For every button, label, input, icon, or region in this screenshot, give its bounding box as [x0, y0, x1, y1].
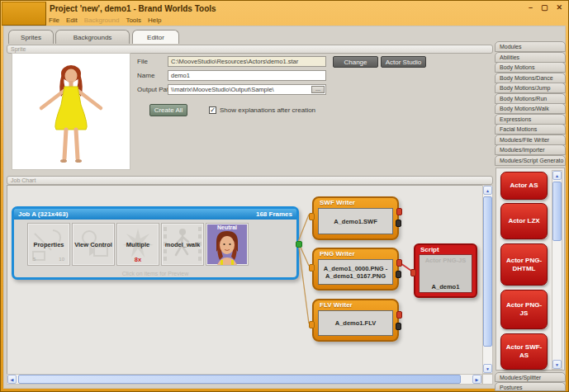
job-a-frame-count: 168 Frames [256, 210, 292, 218]
png-output-port-black[interactable] [396, 271, 401, 278]
script-node-title: Script [415, 245, 476, 254]
job-item-label: model_walk [162, 241, 203, 248]
category-body-motions-dance[interactable]: Body Motions/Dance [495, 73, 566, 83]
swf-output-port-red[interactable] [396, 208, 402, 215]
name-label: Name [137, 72, 154, 79]
action-actor-swf-as[interactable]: Actor SWF-AS [500, 333, 548, 370]
properties-mark-left: 5 [33, 257, 36, 262]
actor-studio-button-label: Actor Studio [386, 59, 422, 66]
job-a-title: Job A (321x463) [18, 210, 68, 218]
category-modules[interactable]: Modules [495, 41, 566, 52]
png-writer-node[interactable]: PNG Writer A_demo1_0000.PNG - A_demo1_01… [312, 248, 399, 290]
app-logo [2, 2, 46, 26]
create-all-button-label: Create All [154, 106, 183, 114]
menu-file[interactable]: File [49, 17, 59, 24]
category-body-motions-jump[interactable]: Body Motions/Jump [495, 83, 566, 93]
flv-writer-title: FLV Writer [314, 300, 397, 310]
swf-input-port[interactable] [309, 213, 315, 220]
output-path-value: \\matrix\MooveStudio\Output\Sample\ [171, 86, 274, 93]
job-a-header: Job A (321x463) 168 Frames [14, 209, 296, 220]
job-a-node[interactable]: Job A (321x463) 168 Frames Properties 5 … [12, 206, 299, 280]
vscrollbar-thumb[interactable] [483, 196, 492, 347]
actor-preview[interactable] [12, 53, 130, 170]
output-path-input[interactable]: \\matrix\MooveStudio\Output\Sample\ [168, 84, 326, 95]
menu-bar: File Edit Background Tools Help [49, 17, 162, 24]
job-a-hint: Click on items for Preview [14, 271, 296, 276]
change-button[interactable]: Change [333, 56, 378, 68]
script-node-body: Actor PNG-JS A_demo1 [419, 254, 472, 293]
window-controls: – ▢ ✕ [529, 3, 562, 12]
category-postures[interactable]: Postures [495, 382, 566, 391]
script-node[interactable]: Script Actor PNG-JS A_demo1 [414, 243, 477, 298]
job-item-multiple[interactable]: Multiple 8x [116, 223, 159, 266]
job-item-neutral[interactable]: Neutral [206, 223, 249, 266]
job-item-label: Properties [28, 241, 69, 248]
category-body-motions-run[interactable]: Body Motions/Run [495, 93, 566, 104]
file-input[interactable]: C:\MooveStudio\Resources\Actors\demo1.st… [168, 56, 326, 67]
hscrollbar-thumb[interactable] [18, 375, 461, 384]
job-item-properties[interactable]: Properties 5 10 [27, 223, 70, 266]
flv-output-filename: A_demo1.FLV [335, 319, 376, 327]
tab-sprites[interactable]: Sprites [8, 30, 54, 44]
swf-writer-node[interactable]: SWF Writer A_demo1.SWF [312, 196, 399, 240]
job-chart-hscrollbar: ◀ ▶ [7, 374, 482, 385]
actions-vscrollbar: ▲ ▼ [552, 170, 562, 370]
category-modules-file-writer[interactable]: Modules/File Writer [495, 135, 566, 145]
name-value: demo1 [171, 72, 190, 79]
multiple-count-badge: 8x [117, 256, 159, 263]
category-body-motions-walk[interactable]: Body Motions/Walk [495, 103, 566, 114]
tab-backgrounds[interactable]: Backgrounds [55, 30, 130, 44]
script-input-port[interactable] [410, 269, 416, 276]
tab-editor[interactable]: Editor [132, 30, 179, 44]
scroll-down-icon[interactable]: ▼ [483, 364, 492, 373]
swf-output-filename: A_demo1.SWF [334, 218, 377, 225]
action-actor-as[interactable]: Actor AS [500, 172, 548, 200]
flv-input-port[interactable] [309, 321, 315, 328]
close-icon[interactable]: ✕ [557, 3, 563, 12]
category-facial-motions[interactable]: Facial Motions [495, 124, 566, 135]
png-output-port-red[interactable] [396, 259, 402, 267]
action-actor-png-dhtml[interactable]: Actor PNG-DHTML [500, 243, 548, 286]
scroll-up-icon[interactable]: ▲ [483, 186, 492, 195]
job-item-model-walk[interactable]: model_walk [161, 223, 204, 266]
scroll-right-icon[interactable]: ▶ [472, 375, 481, 384]
flv-output-port-red[interactable] [396, 311, 402, 319]
category-modules-splitter[interactable]: Modules/Splitter [495, 372, 566, 382]
job-chart-group-bar: Job Chart [7, 176, 493, 185]
swf-output-port-black[interactable] [396, 220, 401, 227]
category-body-motions[interactable]: Body Motions [495, 62, 566, 73]
show-explanations-label: Show explanations after creation [220, 106, 315, 114]
window-title: Project 'new', demo1 - Brand Worlds Tool… [50, 4, 216, 13]
browse-button[interactable]: ... [311, 86, 325, 93]
swf-writer-title: SWF Writer [314, 198, 397, 208]
flv-output-port-black[interactable] [396, 323, 401, 330]
png-writer-title: PNG Writer [314, 249, 397, 259]
action-actor-png-js[interactable]: Actor PNG-JS [500, 290, 548, 329]
scroll-down-icon[interactable]: ▼ [552, 360, 562, 369]
sprite-group-label: Sprite [11, 46, 26, 52]
action-actor-lzx[interactable]: Actor LZX [500, 203, 548, 239]
maximize-icon[interactable]: ▢ [541, 3, 548, 12]
category-expressions[interactable]: Expressions [495, 114, 566, 125]
create-all-button[interactable]: Create All [149, 104, 187, 116]
png-input-port[interactable] [309, 264, 315, 272]
menu-tools[interactable]: Tools [126, 17, 141, 24]
minimize-icon[interactable]: – [529, 3, 533, 12]
category-modules-importer[interactable]: Modules/Importer [495, 144, 566, 155]
scroll-up-icon[interactable]: ▲ [552, 171, 562, 180]
category-abilities[interactable]: Abilities [495, 52, 566, 63]
menu-background: Background [84, 17, 120, 24]
menu-edit[interactable]: Edit [66, 17, 78, 24]
scroll-left-icon[interactable]: ◀ [7, 375, 17, 384]
tab-sprites-label: Sprites [21, 34, 41, 41]
show-explanations-checkbox[interactable]: ✓ [209, 106, 216, 114]
menu-help[interactable]: Help [148, 17, 161, 24]
job-a-output-port[interactable] [296, 241, 302, 248]
category-modules-script-generator[interactable]: Modules/Script Generato [495, 155, 566, 166]
actions-scrollbar-thumb[interactable] [552, 182, 562, 241]
flv-writer-node[interactable]: FLV Writer A_demo1.FLV [312, 299, 399, 342]
name-input[interactable]: demo1 [168, 70, 326, 81]
job-item-view-control[interactable]: View Control [72, 223, 115, 266]
ellipsis-icon: ... [315, 86, 320, 92]
actor-studio-button[interactable]: Actor Studio [381, 56, 426, 68]
